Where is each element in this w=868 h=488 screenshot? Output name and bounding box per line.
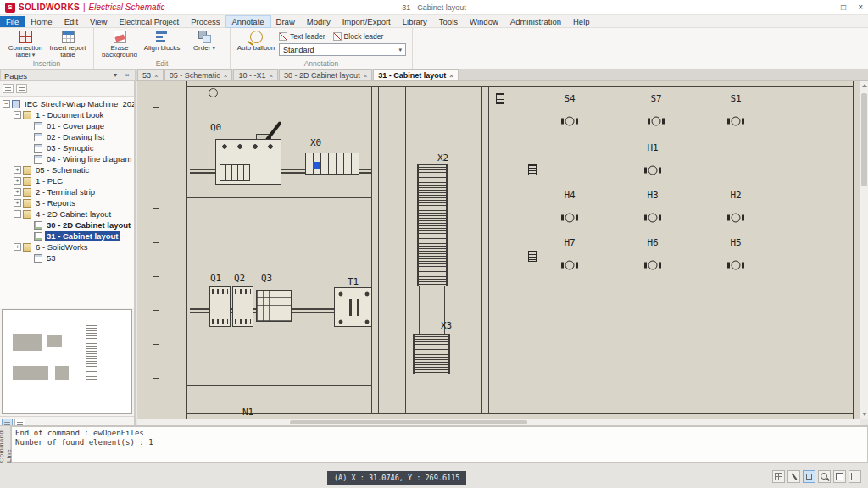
folder-view-icon[interactable] — [16, 84, 27, 93]
minimize-button[interactable]: – — [825, 1, 830, 14]
insert-report-table-button[interactable]: Insert report table — [47, 30, 89, 61]
tree-item[interactable]: +05 - Schematic — [0, 164, 134, 175]
tree-item[interactable]: −4 - 2D Cabinet layout — [0, 208, 134, 219]
tree-item[interactable]: 03 - Synoptic — [0, 142, 134, 153]
tree-item[interactable]: 01 - Cover page — [0, 120, 134, 131]
tree-expander-icon[interactable]: − — [14, 210, 21, 218]
tree-expander-icon[interactable]: − — [3, 100, 10, 108]
align-blocks-button[interactable]: Align blocks — [141, 30, 183, 61]
menu-item-library[interactable]: Library — [397, 16, 433, 27]
tree-item[interactable]: −IEC Strech-Wrap Machine_2024042610112 — [0, 98, 134, 109]
command-line-tab[interactable]: Command Line — [0, 426, 11, 463]
menu-item-annotate[interactable]: Annotate — [226, 16, 270, 27]
text-leader-option[interactable]: Text leader — [279, 32, 326, 41]
tree-expander-icon[interactable]: + — [14, 177, 21, 185]
tree-item[interactable]: 30 - 2D Cabinet layout — [0, 219, 134, 230]
close-button[interactable]: × — [858, 1, 863, 14]
connection-label-button[interactable]: Connection label ▾ — [4, 30, 47, 61]
erase-background-button[interactable]: Erase background — [98, 30, 141, 61]
ruler-tick — [153, 378, 159, 379]
tree-item[interactable]: +6 - SolidWorks — [0, 241, 134, 252]
annotation-style-dropdown[interactable]: Standard ▾ — [279, 43, 406, 56]
menu-item-file[interactable]: File — [0, 16, 25, 27]
layers-icon[interactable] — [833, 470, 846, 483]
menu-item-draw[interactable]: Draw — [270, 16, 301, 27]
tree-item[interactable]: +1 - PLC — [0, 175, 134, 186]
button-label: Erase background — [102, 44, 137, 58]
menu-item-view[interactable]: View — [84, 16, 113, 27]
document-tab[interactable]: 31 - Cabinet layout× — [373, 69, 459, 80]
menu-item-edit[interactable]: Edit — [58, 16, 84, 27]
axis-icon[interactable] — [849, 470, 861, 483]
block-leader-option[interactable]: Block leader — [333, 32, 384, 41]
device-s4[interactable]: S4 — [560, 93, 579, 127]
ruler-tick — [153, 141, 159, 141]
book-view-icon[interactable] — [3, 84, 14, 93]
page-icon — [34, 122, 42, 130]
tab-close-icon[interactable]: × — [269, 72, 273, 80]
device-bracket[interactable] — [528, 164, 537, 175]
vertical-scrollbar-thumb[interactable] — [861, 93, 867, 186]
device-bracket[interactable] — [528, 251, 537, 262]
tree-expander-icon[interactable]: − — [14, 111, 21, 119]
order-button[interactable]: Order ▾ — [183, 30, 225, 61]
tree-expander-icon[interactable]: + — [14, 243, 21, 251]
device-bracket[interactable] — [496, 93, 504, 104]
command-output[interactable]: End of command : ewOpenFilesNumber of fo… — [11, 426, 868, 463]
scroll-down-icon[interactable] — [862, 413, 867, 416]
horizontal-scrollbar[interactable] — [137, 419, 860, 425]
maximize-button[interactable]: □ — [841, 1, 846, 14]
menu-item-tools[interactable]: Tools — [433, 16, 464, 27]
device-h5[interactable]: H5 — [726, 237, 745, 271]
device-label: H2 — [730, 190, 741, 201]
device-h7[interactable]: H7 — [560, 237, 579, 271]
device-h2[interactable]: H2 — [726, 190, 745, 224]
device-h3[interactable]: H3 — [643, 190, 662, 224]
preview-thumbnail[interactable] — [2, 309, 132, 414]
panel-menu-icon[interactable]: ▾ — [111, 71, 120, 80]
tree-item[interactable]: −1 - Document book — [0, 109, 134, 120]
menu-item-process[interactable]: Process — [185, 16, 225, 27]
tree-item[interactable]: +2 - Terminal strip — [0, 186, 134, 197]
document-tab[interactable]: 53× — [137, 69, 164, 80]
tree-item[interactable]: 31 - Cabinet layout — [0, 230, 134, 241]
device-h6[interactable]: H6 — [643, 237, 662, 271]
device-h1[interactable]: H1 — [643, 142, 662, 176]
auto-balloon-button[interactable]: Auto balloon — [235, 30, 277, 61]
document-tab[interactable]: 10 - -X1× — [233, 69, 278, 80]
drawing-canvas[interactable]: Q0 X0 X2 X3 Q1 Q2 Q3 T1 N1 S4S7S1H1H4H3H… — [137, 81, 860, 419]
menu-item-home[interactable]: Home — [25, 16, 58, 27]
vertical-scrollbar[interactable] — [860, 81, 868, 419]
horizontal-scrollbar-thumb[interactable] — [290, 420, 527, 424]
device-h4[interactable]: H4 — [560, 190, 579, 224]
menu-item-window[interactable]: Window — [464, 16, 504, 27]
device-s7[interactable]: S7 — [647, 93, 665, 127]
document-tab[interactable]: 05 - Schematic× — [164, 69, 233, 80]
device-s1[interactable]: S1 — [726, 93, 745, 127]
menu-item-help[interactable]: Help — [567, 16, 596, 27]
tree-item[interactable]: 04 - Wiring line diagram — [0, 153, 134, 164]
tree-expander-icon[interactable]: + — [14, 166, 21, 174]
book-icon — [23, 177, 31, 186]
scroll-up-icon[interactable] — [862, 84, 867, 87]
viewport-icon[interactable] — [803, 470, 815, 483]
menu-item-modify[interactable]: Modify — [301, 16, 337, 27]
tab-close-icon[interactable]: × — [154, 72, 159, 80]
tab-close-icon[interactable]: × — [449, 72, 453, 80]
tab-close-icon[interactable]: × — [224, 72, 228, 80]
grid-toggle-icon[interactable] — [772, 470, 785, 483]
zoom-icon[interactable] — [818, 470, 831, 483]
selection-cursor-icon[interactable] — [787, 470, 800, 483]
tab-close-icon[interactable]: × — [364, 72, 368, 80]
panel-close-icon[interactable]: × — [123, 71, 131, 80]
menu-item-import-export[interactable]: Import/Export — [337, 16, 397, 27]
menu-item-administration[interactable]: Administration — [504, 16, 567, 27]
document-tab[interactable]: 30 - 2D Cabinet layout× — [279, 69, 372, 80]
tree-item[interactable]: +3 - Reports — [0, 197, 134, 208]
tree-expander-icon[interactable]: + — [14, 188, 21, 196]
tree-item[interactable]: 53 — [0, 252, 134, 263]
tree-item-label: 1 - PLC — [34, 176, 64, 186]
tree-item[interactable]: 02 - Drawing list — [0, 131, 134, 142]
menu-item-electrical-project[interactable]: Electrical Project — [113, 16, 185, 27]
tree-expander-icon[interactable]: + — [14, 199, 21, 207]
